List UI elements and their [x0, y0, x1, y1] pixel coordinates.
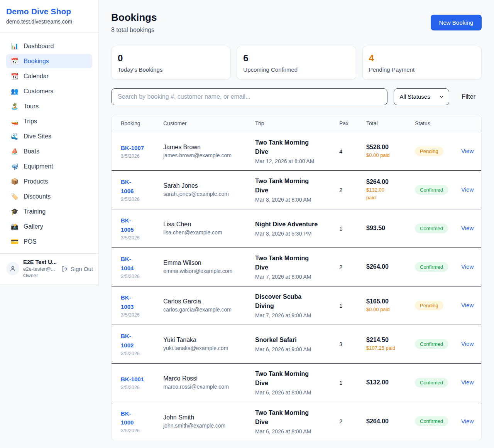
- pos-icon: 💳: [11, 238, 19, 245]
- sidebar-item-products[interactable]: 📦 Products: [6, 174, 92, 189]
- view-link[interactable]: View: [461, 302, 474, 308]
- trip-datetime: Mar 8, 2026 at 5:30 PM: [255, 231, 339, 237]
- trip-name-line1: Night Dive Adventure: [255, 220, 339, 229]
- sidebar-item-pos[interactable]: 💳 POS: [6, 234, 92, 249]
- booking-id-link[interactable]: BK-1002: [121, 332, 163, 350]
- booking-id: BK-: [121, 293, 163, 302]
- total-cell: $165.00 $0.00 paid: [366, 298, 415, 313]
- column-header-pax: Pax: [339, 120, 366, 126]
- status-cell: Confirmed: [415, 416, 461, 426]
- view-link[interactable]: View: [461, 148, 474, 154]
- trip-name-line2: Dive: [255, 147, 339, 157]
- column-header-trip: Trip: [255, 120, 339, 126]
- sidebar-item-label: Trips: [24, 118, 37, 125]
- customer-email: john.smith@example.com: [163, 423, 255, 429]
- stat-label: Today's Bookings: [118, 66, 224, 73]
- booking-date: 3/5/2026: [121, 428, 163, 433]
- paid-amount: $132.00: [366, 187, 415, 194]
- booking-id-link[interactable]: BK-1004: [121, 254, 163, 273]
- dashboard-icon: 📊: [11, 42, 19, 50]
- booking-id-link[interactable]: BK-1007: [121, 143, 163, 152]
- sidebar-item-dive-sites[interactable]: 🌊 Dive Sites: [6, 129, 92, 143]
- trip-name: Two Tank MorningDive: [255, 138, 339, 157]
- booking-cell: BK-1003 3/5/2026: [121, 293, 163, 318]
- view-link[interactable]: View: [461, 225, 474, 231]
- sidebar-item-label: Tours: [24, 103, 39, 110]
- status-badge: Confirmed: [415, 185, 448, 195]
- booking-id: BK-: [121, 216, 163, 225]
- customer-email: marco.rossi@example.com: [163, 384, 255, 390]
- trip-name-line2: Diving: [255, 301, 339, 311]
- trip-name: Night Dive Adventure: [255, 220, 339, 229]
- page-title: Bookings: [111, 12, 157, 24]
- view-link[interactable]: View: [461, 379, 474, 386]
- total-amount: $528.00: [366, 144, 415, 151]
- sidebar-item-label: Calendar: [24, 73, 49, 80]
- total-cell: $264.00: [366, 418, 415, 425]
- status-cell: Confirmed: [415, 185, 461, 195]
- customer-email: sarah.jones@example.com: [163, 191, 255, 197]
- calendar-icon: 📆: [11, 72, 19, 80]
- booking-id-link[interactable]: BK-1003: [121, 293, 163, 311]
- search-input[interactable]: [111, 88, 387, 105]
- sidebar-item-label: Gallery: [24, 223, 43, 230]
- filter-button[interactable]: Filter: [455, 93, 482, 100]
- pax-value: 1: [339, 302, 366, 309]
- view-link[interactable]: View: [461, 263, 474, 270]
- customer-email: lisa.chen@example.com: [163, 229, 255, 236]
- view-link[interactable]: View: [461, 186, 474, 193]
- sidebar-item-training[interactable]: 🎓 Training: [6, 204, 92, 219]
- view-link[interactable]: View: [461, 340, 474, 347]
- pax-value: 2: [339, 418, 366, 424]
- trip-name-line2: Dive: [255, 263, 339, 272]
- booking-id-link[interactable]: BK-1000: [121, 409, 163, 427]
- trip-datetime: Mar 6, 2026 at 8:00 AM: [255, 428, 339, 435]
- sidebar-item-trips[interactable]: 🚤 Trips: [6, 114, 92, 128]
- status-badge: Confirmed: [415, 262, 448, 272]
- booking-id-link[interactable]: BK-1006: [121, 177, 163, 195]
- pax-value: 3: [339, 341, 366, 347]
- customer-cell: James Brown james.brown@example.com: [163, 144, 255, 158]
- trip-name-line1: Two Tank Morning: [255, 369, 339, 379]
- view-link[interactable]: View: [461, 418, 474, 424]
- sidebar-item-label: Equipment: [24, 163, 53, 170]
- status-filter-select[interactable]: All Statuses: [394, 88, 449, 105]
- table-row: BK-1001 3/5/2026 Marco Rossi marco.rossi…: [112, 364, 481, 402]
- table-row: BK-1006 3/5/2026 Sarah Jones sarah.jones…: [112, 171, 481, 209]
- sidebar-item-calendar[interactable]: 📆 Calendar: [6, 69, 92, 83]
- user-email: e2e-tester@...: [23, 266, 58, 272]
- total-amount: $165.00: [366, 298, 415, 305]
- stat-card-pending-payment: 4 Pending Payment: [362, 46, 482, 80]
- total-amount: $264.00: [366, 263, 415, 270]
- sidebar-item-dashboard[interactable]: 📊 Dashboard: [6, 39, 92, 53]
- new-booking-button[interactable]: New Booking: [431, 15, 482, 30]
- sidebar-item-discounts[interactable]: 🏷️ Discounts: [6, 189, 92, 204]
- sidebar-item-gallery[interactable]: 📸 Gallery: [6, 219, 92, 234]
- booking-id-line2: 1002: [121, 341, 163, 350]
- sidebar-user-footer: E2E Test U... e2e-tester@... Owner Sign …: [0, 253, 98, 285]
- training-icon: 🎓: [11, 208, 19, 215]
- total-amount: $264.00: [366, 418, 415, 425]
- sidebar-item-equipment[interactable]: 🤿 Equipment: [6, 159, 92, 173]
- booking-id-link[interactable]: BK-1001: [121, 375, 163, 384]
- customer-cell: Lisa Chen lisa.chen@example.com: [163, 221, 255, 236]
- column-header-booking: Booking: [121, 120, 163, 126]
- customer-email: james.brown@example.com: [163, 152, 255, 158]
- booking-cell: BK-1007 3/5/2026: [121, 143, 163, 159]
- trip-datetime: Mar 8, 2026 at 8:00 AM: [255, 197, 339, 203]
- booking-cell: BK-1005 3/5/2026: [121, 216, 163, 241]
- total-cell: $264.00: [366, 263, 415, 270]
- user-name: E2E Test U...: [23, 259, 58, 265]
- sidebar-item-boats[interactable]: ⛵ Boats: [6, 144, 92, 158]
- stat-value: 6: [243, 53, 349, 64]
- customer-name: Sarah Jones: [163, 182, 255, 189]
- status-cell: Pending: [415, 301, 461, 310]
- sign-out-button[interactable]: Sign Out: [61, 266, 93, 272]
- trip-name-line1: Two Tank Morning: [255, 138, 339, 147]
- customer-name: Yuki Tanaka: [163, 337, 255, 344]
- sidebar-item-customers[interactable]: 👥 Customers: [6, 84, 92, 98]
- sidebar-item-bookings[interactable]: 📅 Bookings: [6, 54, 92, 68]
- booking-id-link[interactable]: BK-1005: [121, 216, 163, 234]
- sidebar-item-tours[interactable]: 🏝️ Tours: [6, 99, 92, 113]
- customer-cell: Marco Rossi marco.rossi@example.com: [163, 375, 255, 390]
